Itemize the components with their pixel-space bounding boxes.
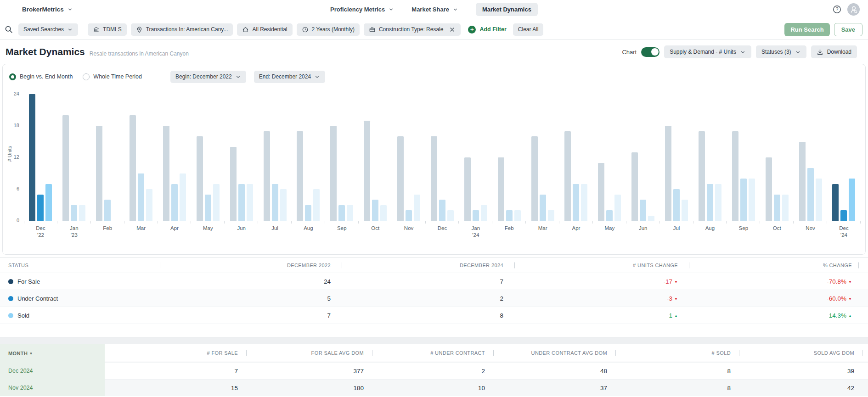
chart-toggle[interactable] <box>641 47 659 57</box>
chart-group-feb <box>492 88 526 221</box>
nav-item-market-share[interactable]: Market Share <box>411 6 458 13</box>
chart-group-may <box>593 88 626 221</box>
month-header-under-contract-avg-dom: UNDER CONTRACT AVG DOM <box>490 344 613 362</box>
chart-group-jul <box>660 88 693 221</box>
filter-chip-label: TDMLS <box>103 26 122 33</box>
month-value: 37 <box>490 379 613 396</box>
bar-sold <box>380 205 387 221</box>
add-filter-button[interactable]: + Add Filter <box>468 26 506 34</box>
status-row-for-sale: For Sale247-17▼-70.8%▼ <box>0 273 868 290</box>
x-axis-label: Apr <box>559 225 593 239</box>
month-table-body: Dec 20247377248839Nov 2024151801037842 <box>0 362 868 396</box>
chevron-down-icon <box>67 27 73 33</box>
y-axis-tick: 18 <box>6 123 19 128</box>
bar-under-contract <box>573 184 579 221</box>
x-axis-label: Dec'22 <box>24 225 57 239</box>
filter-chip-label: Construction Type: Resale <box>379 26 444 33</box>
nav-item-label: Proficiency Metrics <box>330 6 385 13</box>
triangle-up-icon: ▲ <box>848 314 852 318</box>
bar-sold <box>648 216 654 221</box>
page-header-controls: Chart Supply & Demand - # Units Statuses… <box>622 45 862 58</box>
bar-for-sale <box>197 136 203 221</box>
month-row-dec-2024: Dec 20247377248839 <box>0 362 868 379</box>
x-axis-label: Nov <box>392 225 426 239</box>
status-header-units-change: # UNITS CHANGE <box>511 263 686 268</box>
brand-menu[interactable]: BrokerMetrics <box>22 6 73 13</box>
bar-for-sale <box>699 131 705 221</box>
bar-for-sale <box>531 136 538 221</box>
change-value: 14.3% <box>829 312 846 319</box>
bar-for-sale <box>163 126 169 221</box>
remove-filter-icon[interactable] <box>449 26 456 33</box>
chart-plot-area: 06121824 <box>24 88 861 221</box>
radio-unselected-icon <box>83 73 90 80</box>
chart-group-nov <box>392 88 426 221</box>
month-value: 8 <box>613 379 736 396</box>
statuses-dropdown[interactable]: Statuses (3) <box>756 45 806 58</box>
radio-begin-vs-end-month[interactable]: Begin vs. End Month <box>9 73 73 80</box>
download-button[interactable]: Download <box>811 45 857 58</box>
status-table-header: STATUSDECEMBER 2022DECEMBER 2024# UNITS … <box>0 258 868 273</box>
filter-chip-transactions-in-american-cany[interactable]: Transactions In: American Cany... <box>131 23 233 36</box>
month-header-sort[interactable]: MONTH▾ <box>0 344 105 362</box>
month-row-nov-2024: Nov 2024151801037842 <box>0 379 868 396</box>
filter-chip-saved-searches[interactable]: Saved Searches <box>18 23 78 36</box>
change-value: -60.0% <box>827 295 846 302</box>
begin-month-dropdown[interactable]: Begin: December 2022 <box>170 71 246 83</box>
filter-chip-label: Transactions In: American Cany... <box>146 26 228 33</box>
home-icon <box>242 26 249 33</box>
chart-group-nov <box>794 88 827 221</box>
clear-all-button[interactable]: Clear All <box>513 23 544 36</box>
chart-card: Begin vs. End Month Whole Time Period Be… <box>2 64 866 255</box>
user-avatar[interactable] <box>847 3 860 16</box>
month-value: 10 <box>369 379 490 396</box>
status-value: 24 <box>165 278 338 285</box>
help-icon[interactable]: ? <box>833 5 841 14</box>
nav-item-proficiency-metrics[interactable]: Proficiency Metrics <box>330 6 394 13</box>
svg-text:?: ? <box>836 7 839 12</box>
bar-for-sale <box>62 115 69 221</box>
x-axis-label: Dec'24 <box>827 225 861 239</box>
x-axis-label: Aug <box>292 225 325 239</box>
bar-under-contract <box>540 195 546 221</box>
x-axis-label: May <box>593 225 626 239</box>
bar-for-sale <box>598 163 604 221</box>
month-value: 8 <box>613 362 736 379</box>
save-button[interactable]: Save <box>834 23 862 36</box>
metric-dropdown[interactable]: Supply & Demand - # Units <box>664 45 751 58</box>
chart-group-dec-22 <box>24 88 57 221</box>
page-subtitle: Resale transactions in American Canyon <box>90 47 189 57</box>
month-table: MONTH▾# FOR SALEFOR SALE AVG DOM# UNDER … <box>0 344 868 396</box>
clear-all-label: Clear All <box>518 26 539 33</box>
radio-whole-time-period[interactable]: Whole Time Period <box>83 73 142 80</box>
change-value: -17 <box>664 278 673 285</box>
x-axis-label: Jun <box>225 225 258 239</box>
month-value: 15 <box>105 379 243 396</box>
search-icon[interactable] <box>5 25 13 34</box>
filter-chip-construction-type-resale[interactable]: Construction Type: Resale <box>364 23 461 36</box>
bar-sold <box>849 179 855 221</box>
end-month-dropdown[interactable]: End: December 2024 <box>254 71 325 83</box>
add-filter-label: Add Filter <box>479 26 506 33</box>
run-search-button[interactable]: Run Search <box>784 23 829 36</box>
plus-circle-icon: + <box>468 26 476 34</box>
chart-group-jan-23 <box>57 88 91 221</box>
chevron-down-icon <box>314 74 320 80</box>
status-change: -60.0%▼ <box>686 295 860 302</box>
clock-icon <box>302 26 309 33</box>
filter-chip-all-residential[interactable]: All Residential <box>237 23 292 36</box>
bar-for-sale <box>96 126 102 221</box>
filter-chip-2-years-monthly[interactable]: 2 Years (Monthly) <box>297 23 360 36</box>
nav-menus: Proficiency Metrics Market Share Market … <box>330 3 538 16</box>
bar-under-contract <box>338 205 345 221</box>
chart-group-jul <box>258 88 292 221</box>
chevron-down-icon <box>795 49 801 55</box>
bar-under-contract <box>473 210 479 221</box>
bar-under-contract <box>606 210 613 221</box>
status-label: Under Contract <box>17 295 58 302</box>
bar-sold <box>614 195 621 221</box>
filter-chip-tdmls[interactable]: TDMLS <box>88 23 127 36</box>
month-value: 180 <box>243 379 369 396</box>
tab-market-dynamics[interactable]: Market Dynamics <box>476 3 538 16</box>
bar-sold <box>146 189 152 221</box>
